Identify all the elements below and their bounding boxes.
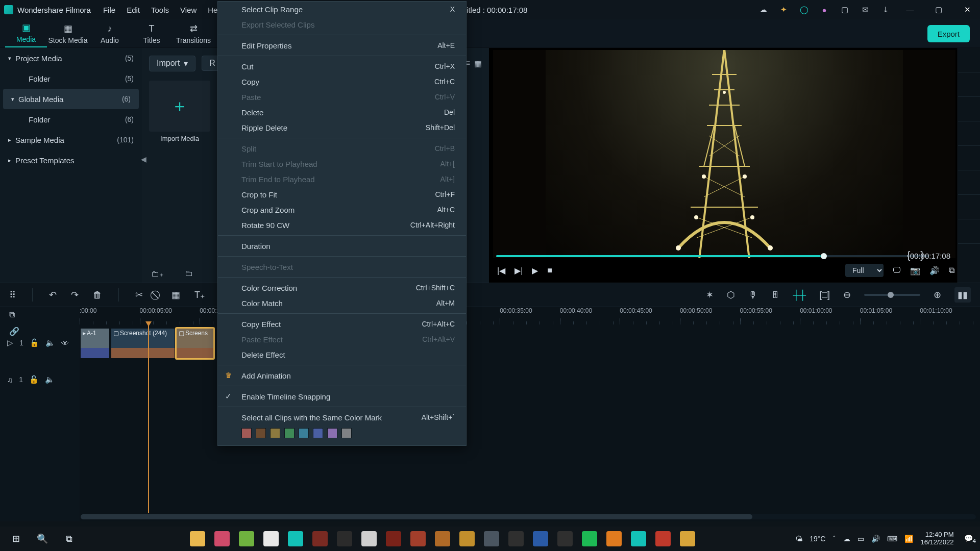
clock[interactable]: 12:40 PM 16/12/2022 — [920, 531, 957, 546]
undo-icon[interactable]: ↶ — [49, 289, 57, 300]
audio-track-header[interactable]: ♫ 1 🔓 🔈 — [0, 361, 80, 398]
media-thumb[interactable]: ＋Import Media — [149, 81, 210, 142]
taskbar-app[interactable] — [651, 529, 675, 549]
onedrive-icon[interactable]: ☁ — [843, 535, 850, 543]
headset-icon[interactable]: ◯ — [799, 5, 808, 14]
grid-view-icon[interactable]: ▦ — [474, 59, 482, 68]
sidebar-item[interactable]: ▸Preset Templates — [0, 150, 142, 170]
taskbar-app[interactable] — [382, 529, 405, 549]
menu-item[interactable]: Duration — [218, 238, 466, 254]
color-swatch[interactable] — [341, 428, 352, 438]
timeline-clip[interactable]: ▢Screenshot (244) — [110, 328, 176, 359]
taskbar-app[interactable] — [406, 529, 430, 549]
mute-icon[interactable]: 🔈 — [45, 338, 55, 347]
save-icon[interactable]: ▢ — [840, 5, 849, 14]
start-button[interactable]: ⊞ — [4, 529, 28, 549]
tab-stock-media[interactable]: ▦Stock Media — [47, 23, 89, 47]
color-swatch[interactable] — [313, 428, 323, 438]
taskbar-app[interactable] — [284, 529, 307, 549]
display-icon[interactable]: 🖵 — [893, 266, 901, 275]
zoom-in-icon[interactable]: ⊕ — [934, 289, 941, 300]
crop-icon[interactable]: ▦ — [172, 289, 180, 300]
delete-icon[interactable]: 🗑 — [93, 290, 102, 300]
color-swatch[interactable] — [327, 428, 337, 438]
menu-item[interactable]: Edit PropertiesAlt+E — [218, 38, 466, 53]
tab-transitions[interactable]: ⇄Transitions — [173, 23, 214, 47]
timeline-scrollbar[interactable] — [81, 514, 976, 519]
render-icon[interactable]: ✶ — [706, 289, 714, 300]
color-swatch[interactable] — [299, 428, 309, 438]
tab-titles[interactable]: TTitles — [131, 23, 173, 47]
split-icon[interactable]: ✂ — [135, 289, 143, 300]
taskbar-app[interactable] — [676, 529, 699, 549]
taskbar-app[interactable] — [455, 529, 479, 549]
collapse-sidebar-icon[interactable]: ◀ — [141, 155, 146, 163]
menu-item[interactable]: Ripple DeleteShift+Del — [218, 120, 466, 135]
tray-chevron-icon[interactable]: ˄ — [832, 535, 836, 543]
taskbar-app[interactable] — [602, 529, 626, 549]
taskbar-app[interactable] — [480, 529, 503, 549]
battery-icon[interactable]: ▭ — [857, 535, 864, 543]
sidebar-item[interactable]: ▾Project Media(5) — [0, 48, 142, 68]
updates-icon[interactable]: ⤓ — [881, 5, 890, 14]
lock-icon[interactable]: 🔓 — [30, 338, 39, 347]
menu-item[interactable]: Copy EffectCtrl+Alt+C — [218, 316, 466, 332]
tips-icon[interactable]: ✦ — [779, 5, 788, 14]
taskbar-app[interactable] — [259, 529, 283, 549]
export-button[interactable]: Export — [927, 25, 970, 42]
search-icon[interactable]: 🔍 — [31, 529, 54, 549]
menu-item[interactable]: Select Clip RangeX — [218, 2, 466, 17]
sidebar-item[interactable]: Folder(5) — [0, 68, 142, 89]
taskbar-app[interactable] — [210, 529, 234, 549]
window-minimize[interactable]: — — [901, 6, 919, 14]
cloud-icon[interactable]: ☁ — [758, 5, 768, 14]
color-swatch[interactable] — [284, 428, 295, 438]
menu-item[interactable]: ♛Add Animation — [218, 368, 466, 383]
pip-icon[interactable]: ⧉ — [949, 266, 954, 275]
language-icon[interactable]: ⌨ — [887, 535, 897, 543]
redo-icon[interactable]: ↷ — [71, 289, 79, 300]
new-folder-icon[interactable]: 🗀₊ — [151, 269, 163, 279]
sound-icon[interactable]: 🔊 — [871, 535, 880, 543]
lock-icon[interactable]: 🔓 — [29, 375, 39, 384]
mail-icon[interactable]: ✉ — [861, 5, 870, 14]
menu-view[interactable]: View — [180, 6, 197, 14]
voiceover-icon[interactable]: 🎙 — [748, 290, 757, 300]
volume-icon[interactable]: 🔊 — [929, 266, 940, 276]
weather-icon[interactable]: 🌤 — [795, 535, 802, 543]
playhead[interactable] — [148, 324, 149, 513]
taskbar-app[interactable] — [186, 529, 209, 549]
play-icon[interactable]: ▶ — [532, 266, 538, 276]
taskbar-app[interactable] — [308, 529, 332, 549]
audio-mixer-icon[interactable]: 🎚 — [771, 290, 780, 300]
menu-item[interactable]: ✓Enable Timeline Snapping — [218, 389, 466, 404]
menu-item[interactable]: Rotate 90 CWCtrl+Alt+Right — [218, 217, 466, 233]
avatar-icon[interactable]: ● — [820, 5, 829, 14]
menu-file[interactable]: File — [103, 6, 115, 14]
notifications-icon[interactable]: 💬4 — [964, 534, 976, 544]
taskbar-app[interactable] — [333, 529, 356, 549]
zoom-slider[interactable] — [864, 294, 920, 296]
menu-item[interactable]: Select all Clips with the Same Color Mar… — [218, 410, 466, 425]
taskbar-app[interactable] — [553, 529, 577, 549]
tab-media[interactable]: ▣Media — [5, 22, 47, 47]
next-frame-icon[interactable]: ▶| — [514, 266, 523, 276]
timeline-clip[interactable]: ▸A-1 — [80, 328, 110, 359]
menu-item[interactable]: Color MatchAlt+M — [218, 295, 466, 311]
taskbar-app[interactable] — [357, 529, 381, 549]
snap-icon[interactable]: ┼┼ — [793, 290, 806, 300]
sidebar-item[interactable]: ▸Sample Media(101) — [0, 130, 142, 150]
quality-select[interactable]: Full — [845, 264, 884, 277]
menu-edit[interactable]: Edit — [127, 6, 140, 14]
mute-icon[interactable]: 🔈 — [45, 375, 55, 384]
wifi-icon[interactable]: 📶 — [904, 535, 913, 543]
tab-audio[interactable]: ♪Audio — [89, 23, 131, 47]
window-maximize[interactable]: ▢ — [930, 5, 947, 14]
marker-icon[interactable]: ⬡ — [727, 289, 735, 300]
open-folder-icon[interactable]: 🗀 — [185, 269, 193, 279]
text-tool-icon[interactable]: T₊ — [194, 289, 205, 300]
timeline-layout-icon[interactable]: ▮▮ — [954, 287, 971, 303]
menu-item[interactable]: Delete Effect — [218, 347, 466, 362]
sidebar-item[interactable]: ▾Global Media(6) — [3, 89, 139, 109]
visibility-icon[interactable]: 👁 — [61, 339, 69, 347]
